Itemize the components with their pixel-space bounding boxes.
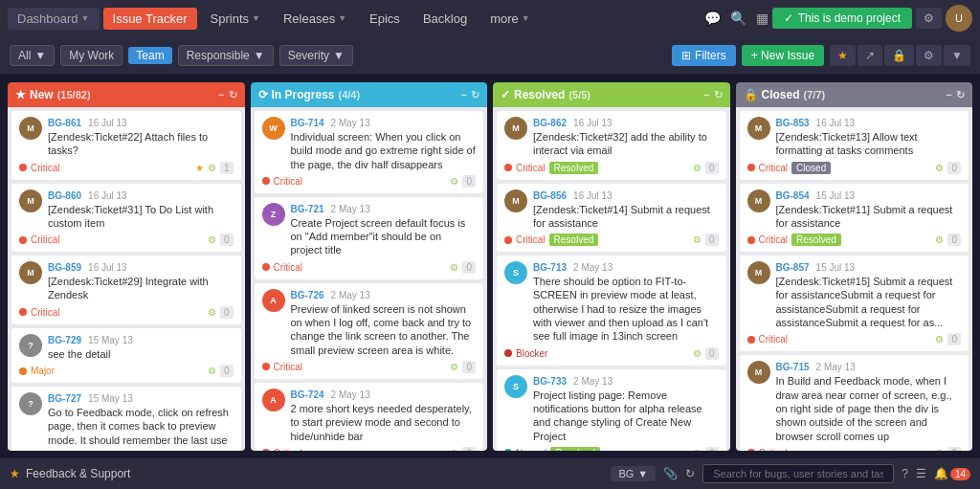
card-count: 0 [947, 447, 961, 451]
table-row[interactable]: M BG-856 16 Jul 13 [Zendesk:Ticket#14] S… [497, 184, 726, 253]
refresh-icon[interactable]: ↻ [685, 467, 695, 480]
card-date: 15 May 13 [88, 393, 133, 404]
avatar: ? [19, 392, 42, 415]
user-avatar[interactable]: U [946, 5, 972, 32]
card-footer: Critical Resolved ⚙ 0 [504, 233, 719, 246]
mywork-filter[interactable]: My Work [60, 45, 122, 66]
card-count: 0 [220, 233, 234, 246]
table-row[interactable]: A BG-724 2 May 13 2 more short keys need… [255, 383, 484, 451]
team-filter[interactable]: Team [128, 47, 171, 64]
card-count: 0 [705, 162, 719, 174]
card-id: BG-733 [533, 376, 567, 387]
card-footer: Critical Resolved ⚙ 0 [504, 162, 719, 174]
table-row[interactable]: Z BG-721 2 May 13 Create Project screen … [255, 197, 484, 279]
card-footer: Critical ⚙ 0 [262, 447, 477, 451]
filters-button[interactable]: ⊞ Filters [672, 45, 736, 66]
bottom-bar: ★ Feedback & Support BG ▼ 📎 ↻ ? ☰ 🔔 14 [0, 458, 980, 489]
epics-label: Epics [369, 11, 400, 26]
star-button[interactable]: ★ [830, 45, 856, 66]
priority-label: Critical [31, 307, 60, 318]
bg-badge[interactable]: BG ▼ [611, 466, 656, 481]
card-count: 0 [705, 233, 719, 246]
card-date: 2 May 13 [331, 290, 370, 300]
col-minus-resolved[interactable]: − [703, 89, 709, 101]
table-row[interactable]: M BG-859 16 Jul 13 [Zendesk:Ticket#29] I… [11, 256, 241, 324]
col-minus-inprogress[interactable]: − [461, 89, 467, 101]
table-row[interactable]: ? BG-729 15 May 13 see the detail Major … [11, 328, 241, 383]
nav-dashboard[interactable]: Dashboard ▼ [8, 8, 100, 30]
help-icon[interactable]: ? [902, 467, 908, 480]
card-footer: Critical ⚙ 0 [747, 333, 962, 345]
feedback-button[interactable]: ★ Feedback & Support [10, 467, 130, 480]
responsible-filter[interactable]: Responsible ▼ [178, 45, 274, 66]
search-input[interactable] [702, 464, 894, 483]
priority-label: Critical [274, 176, 303, 187]
attach-icon[interactable]: 📎 [663, 467, 678, 480]
chat-icon[interactable]: 💬 [704, 11, 721, 26]
col-title-new: New [30, 88, 54, 101]
grid-icon[interactable]: ▦ [756, 11, 768, 26]
table-row[interactable]: A BG-726 2 May 13 Preview of linked scre… [255, 283, 484, 379]
nav-releases[interactable]: Releases ▼ [274, 8, 356, 30]
dropdown-btn[interactable]: ▼ [944, 45, 970, 66]
card-footer: Critical ⚙ 0 [262, 361, 477, 373]
card-icons: ⚙ 0 [208, 365, 234, 377]
share-button[interactable]: ↗ [858, 45, 882, 66]
card-header: M BG-860 16 Jul 13 [Zendesk:Ticket#31] T… [19, 189, 234, 231]
card-icons: ⚙ 0 [935, 333, 961, 345]
nav-more[interactable]: more ▼ [480, 8, 540, 30]
col-minus-new[interactable]: − [218, 89, 224, 101]
card-id: BG-857 [776, 262, 810, 273]
column-new: ★ New (15/82) − ↻ M BG-861 16 Jul 13 [Ze… [8, 82, 245, 451]
status-badge: Resolved [791, 233, 841, 246]
table-row[interactable]: M BG-853 16 Jul 13 [Zendesk:Ticket#13] A… [740, 111, 969, 180]
col-refresh-inprogress[interactable]: ↻ [471, 89, 479, 101]
column-header-closed: 🔒 Closed (7/7) − ↻ [736, 82, 973, 107]
new-issue-button[interactable]: + New Issue [742, 45, 824, 66]
nav-sprints[interactable]: Sprints ▼ [201, 8, 270, 30]
severity-filter[interactable]: Severity ▼ [279, 45, 353, 66]
col-refresh-closed[interactable]: ↻ [956, 89, 965, 101]
card-icons: ⚙ 0 [693, 447, 719, 451]
avatar: S [504, 375, 527, 398]
table-row[interactable]: M BG-862 16 Jul 13 [Zendesk:Ticket#32] a… [497, 111, 726, 180]
table-row[interactable]: S BG-733 2 May 13 Project listing page: … [497, 369, 726, 451]
list-icon[interactable]: ☰ [916, 467, 926, 480]
notifications-badge[interactable]: 🔔 14 [934, 467, 970, 480]
table-row[interactable]: M BG-854 15 Jul 13 [Zendesk:Ticket#11] S… [740, 184, 969, 253]
card-title: 2 more short keys needed desperately, to… [291, 402, 477, 443]
nav-issue-tracker[interactable]: Issue Tracker [103, 8, 197, 30]
filter-icon: ⊞ [681, 49, 691, 62]
lock-button[interactable]: 🔒 [884, 45, 914, 66]
gear-icon: ⚙ [208, 366, 216, 376]
card-title: [Zendesk:Ticket#29] Integrate with Zende… [48, 275, 234, 302]
gear-icon: ⚙ [450, 362, 458, 372]
nav-epics[interactable]: Epics [360, 8, 410, 30]
demo-project-btn[interactable]: ✓ This is demo project [772, 8, 912, 29]
card-count: 0 [947, 233, 961, 246]
nav-backlog[interactable]: Backlog [413, 8, 477, 30]
table-row[interactable]: ? BG-727 15 May 13 Go to Feedback mode, … [11, 387, 241, 451]
table-row[interactable]: W BG-714 2 May 13 Individual screen: Whe… [255, 111, 484, 193]
settings-icon-btn[interactable]: ⚙ [916, 45, 942, 66]
col-minus-closed[interactable]: − [947, 89, 952, 101]
column-closed: 🔒 Closed (7/7) − ↻ M BG-853 16 Jul 13 [Z… [736, 82, 973, 451]
card-header: W BG-714 2 May 13 Individual screen: Whe… [262, 117, 477, 171]
table-row[interactable]: M BG-715 2 May 13 In Build and Feedback … [740, 355, 969, 451]
table-row[interactable]: M BG-857 15 Jul 13 [Zendesk:Ticket#15] S… [740, 256, 969, 351]
filter-bar: All ▼ My Work Team Responsible ▼ Severit… [0, 36, 980, 75]
settings-button[interactable]: ⚙ [916, 8, 942, 29]
table-row[interactable]: M BG-860 16 Jul 13 [Zendesk:Ticket#31] T… [11, 184, 241, 253]
new-issue-label: + New Issue [751, 49, 814, 62]
priority-label: Normal [516, 448, 546, 451]
card-count: 0 [462, 447, 476, 451]
card-footer: Critical Resolved ⚙ 0 [747, 233, 962, 246]
col-refresh-resolved[interactable]: ↻ [714, 89, 723, 101]
card-header: M BG-856 16 Jul 13 [Zendesk:Ticket#14] S… [504, 189, 719, 231]
col-refresh-new[interactable]: ↻ [229, 89, 237, 101]
search-icon[interactable]: 🔍 [730, 11, 746, 26]
table-row[interactable]: S BG-713 2 May 13 There should be option… [497, 256, 726, 365]
card-meta: BG-715 2 May 13 In Build and Feedback mo… [776, 361, 962, 442]
table-row[interactable]: M BG-861 16 Jul 13 [Zendesk:Ticket#22] A… [11, 111, 241, 180]
all-filter[interactable]: All ▼ [10, 45, 55, 66]
